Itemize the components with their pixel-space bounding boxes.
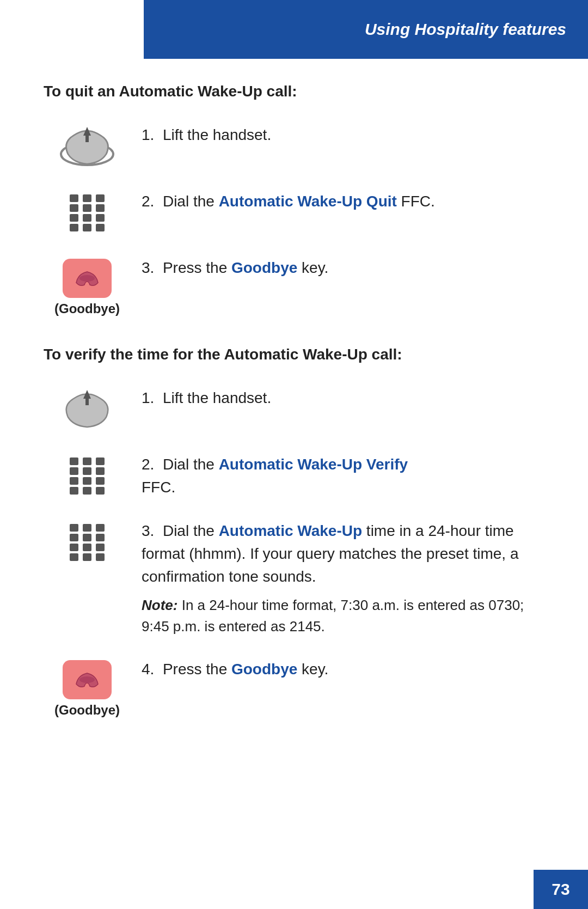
keypad-icon	[65, 192, 109, 236]
svg-point-40	[79, 676, 95, 683]
svg-rect-11	[70, 224, 78, 231]
goodbye-label: (Goodbye)	[54, 301, 120, 316]
svg-rect-12	[83, 224, 91, 231]
svg-rect-21	[96, 467, 105, 475]
svg-rect-19	[70, 467, 78, 475]
goodbye-link-1: Goodbye	[231, 259, 297, 276]
step-1-1: 1. Lift the handset.	[44, 124, 544, 169]
svg-rect-27	[96, 487, 105, 495]
goodbye-phone-icon	[74, 267, 101, 289]
svg-rect-22	[70, 477, 78, 485]
svg-rect-28	[70, 524, 78, 532]
svg-rect-3	[83, 194, 91, 202]
section-verify: To verify the time for the Automatic Wak…	[44, 344, 544, 718]
svg-rect-16	[70, 457, 78, 465]
step-2-3: 3. Dial the Automatic Wake-Up time in a …	[44, 520, 544, 637]
svg-rect-26	[83, 487, 91, 495]
step-2-3-icon-col	[44, 520, 131, 565]
goodbye-button-icon	[63, 259, 112, 298]
auto-wake-verify-link: Automatic Wake-Up Verify	[219, 456, 408, 473]
note-text: Note: In a 24-hour time format, 7:30 a.m…	[142, 595, 544, 637]
step-num: 3.	[142, 259, 163, 276]
page-number: 73	[552, 880, 569, 899]
step-1-2: 2. Dial the Automatic Wake-Up Quit FFC.	[44, 190, 544, 236]
goodbye-label-2: (Goodbye)	[54, 703, 120, 718]
svg-rect-13	[96, 224, 105, 231]
step-2-2-text: 2. Dial the Automatic Wake-Up VerifyFFC.	[131, 453, 544, 499]
svg-rect-5	[70, 204, 78, 212]
step-num: 4.	[142, 661, 163, 678]
svg-rect-23	[83, 477, 91, 485]
svg-rect-17	[83, 457, 91, 465]
step-1-3-text: 3. Press the Goodbye key.	[131, 257, 544, 279]
step-2-4: (Goodbye) 4. Press the Goodbye key.	[44, 658, 544, 718]
section-quit: To quit an Automatic Wake-Up call: 1. Li…	[44, 81, 544, 316]
step-2-1-text: 1. Lift the handset.	[131, 387, 544, 410]
svg-rect-25	[70, 487, 78, 495]
svg-rect-37	[70, 553, 78, 561]
step-1-2-icon-col	[44, 190, 131, 236]
step-2-1: 1. Lift the handset.	[44, 387, 544, 432]
goodbye-phone-icon-2	[74, 669, 101, 691]
svg-rect-18	[96, 457, 105, 465]
step-1-1-text: 1. Lift the handset.	[131, 124, 544, 147]
goodbye-link-2: Goodbye	[231, 661, 297, 678]
step-1-3: (Goodbye) 3. Press the Goodbye key.	[44, 257, 544, 316]
svg-rect-33	[96, 534, 105, 541]
svg-rect-10	[96, 214, 105, 222]
keypad-icon-2	[65, 455, 109, 499]
svg-rect-20	[83, 467, 91, 475]
keypad-icon-3	[65, 522, 109, 565]
step-1-3-icon-col: (Goodbye)	[44, 257, 131, 316]
step-num: 2.	[142, 456, 163, 473]
step-2-3-text: 3. Dial the Automatic Wake-Up time in a …	[131, 520, 544, 637]
svg-rect-4	[96, 194, 105, 202]
svg-rect-36	[96, 544, 105, 551]
header-title: Using Hospitality features	[365, 20, 566, 39]
step-num: 1.	[142, 389, 163, 406]
step-num: 3.	[142, 522, 163, 539]
svg-rect-31	[70, 534, 78, 541]
step-2-2-icon-col	[44, 453, 131, 499]
main-content: To quit an Automatic Wake-Up call: 1. Li…	[33, 59, 555, 865]
step-1-1-icon-col	[44, 124, 131, 169]
section1-heading: To quit an Automatic Wake-Up call:	[44, 81, 544, 102]
auto-wake-link: Automatic Wake-Up	[219, 522, 362, 539]
step-1-2-text: 2. Dial the Automatic Wake-Up Quit FFC.	[131, 190, 544, 213]
svg-rect-8	[70, 214, 78, 222]
svg-rect-24	[96, 477, 105, 485]
svg-point-14	[79, 275, 95, 282]
step-2-2: 2. Dial the Automatic Wake-Up VerifyFFC.	[44, 453, 544, 499]
svg-rect-2	[70, 194, 78, 202]
step-num: 1.	[142, 126, 163, 143]
note-label: Note:	[142, 597, 177, 613]
svg-rect-6	[83, 204, 91, 212]
handset-icon-2	[57, 389, 117, 432]
svg-rect-35	[83, 544, 91, 551]
svg-rect-30	[96, 524, 105, 532]
step-2-1-icon-col	[44, 387, 131, 432]
svg-rect-7	[96, 204, 105, 212]
goodbye-button-icon-2	[63, 660, 112, 699]
svg-rect-34	[70, 544, 78, 551]
step-2-4-text: 4. Press the Goodbye key.	[131, 658, 544, 681]
footer-page-number: 73	[534, 870, 588, 909]
step-2-4-icon-col: (Goodbye)	[44, 658, 131, 718]
step-num: 2.	[142, 193, 163, 210]
section2-heading: To verify the time for the Automatic Wak…	[44, 344, 544, 365]
header-bar: Using Hospitality features	[144, 0, 588, 59]
handset-icon	[57, 126, 117, 169]
svg-rect-32	[83, 534, 91, 541]
svg-rect-29	[83, 524, 91, 532]
svg-rect-9	[83, 214, 91, 222]
svg-rect-38	[83, 553, 91, 561]
auto-wake-quit-link: Automatic Wake-Up Quit	[219, 193, 397, 210]
svg-rect-39	[96, 553, 105, 561]
